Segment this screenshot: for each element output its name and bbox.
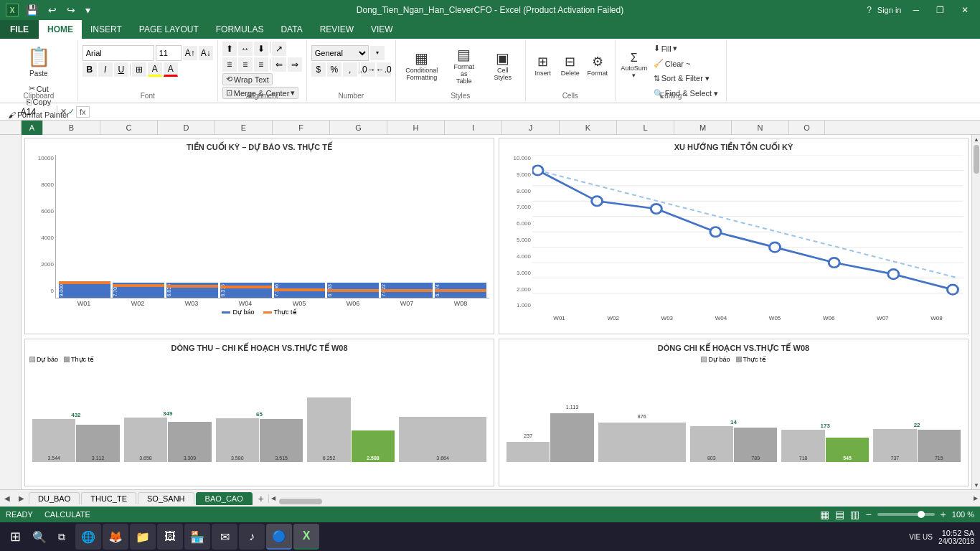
page-layout-view-button[interactable]: ▤ (835, 509, 844, 520)
col-header-I[interactable]: I (445, 121, 502, 135)
delete-cells-button[interactable]: ⊟ Delete (557, 42, 583, 89)
sheet-tab-so-sanh[interactable]: SO_SANH (138, 492, 194, 504)
conditional-formatting-button[interactable]: ▦ ConditionalFormatting (400, 42, 443, 89)
currency-button[interactable]: $ (311, 62, 326, 77)
autosum-button[interactable]: Σ AutoSum ▾ (620, 42, 649, 89)
col-header-J[interactable]: J (502, 121, 560, 135)
col-header-L[interactable]: L (617, 121, 674, 135)
insert-tab[interactable]: INSERT (82, 20, 131, 39)
font-size-input[interactable] (156, 45, 182, 61)
page-break-view-button[interactable]: ▥ (850, 509, 859, 520)
text-direction-button[interactable]: ↗ (272, 42, 286, 56)
zoom-in-button[interactable]: + (941, 509, 946, 520)
format-cells-button[interactable]: ⚙ Format (585, 42, 611, 89)
restore-button[interactable]: ❐ (930, 4, 950, 17)
fill-color-button[interactable]: A (148, 62, 162, 77)
task-view-button[interactable]: ⧉ (54, 528, 70, 546)
align-right-button[interactable]: ≡ (254, 57, 268, 72)
horizontal-scrollbar[interactable]: ◀ ▶ (268, 494, 980, 503)
data-tab[interactable]: DATA (272, 20, 311, 39)
col-header-N[interactable]: N (732, 121, 789, 135)
clear-button[interactable]: 🧹 Clear ~ (650, 57, 722, 70)
sheet-tab-du-bao[interactable]: DU_BAO (29, 492, 80, 504)
comma-button[interactable]: , (343, 62, 357, 77)
insert-function-button[interactable]: fx (76, 106, 90, 118)
number-format-select[interactable]: General (311, 45, 369, 61)
col-header-G[interactable]: G (330, 121, 387, 135)
minimize-button[interactable]: ─ (907, 4, 925, 17)
music-taskbar-button[interactable]: ♪ (239, 524, 265, 550)
view-tab[interactable]: VIEW (362, 20, 402, 39)
tab-scroll-left-button[interactable]: ◀ (0, 491, 14, 506)
normal-view-button[interactable]: ▦ (820, 509, 829, 520)
sign-in-button[interactable]: Sign in (877, 6, 902, 14)
sort-filter-button[interactable]: ⇅ Sort & Filter ▾ (650, 72, 722, 85)
col-header-F[interactable]: F (273, 121, 330, 135)
h-scroll-track[interactable] (278, 497, 971, 500)
font-color-button[interactable]: A (164, 62, 178, 77)
col-header-M[interactable]: M (674, 121, 732, 135)
undo-button[interactable]: ↩ (45, 3, 60, 17)
align-bottom-button[interactable]: ⬇ (254, 42, 268, 56)
scroll-right-button[interactable]: ▶ (971, 494, 980, 503)
email-taskbar-button[interactable]: ✉ (212, 524, 237, 550)
increase-decimal-button[interactable]: ←.0 (377, 62, 391, 77)
align-center-button[interactable]: ≡ (238, 57, 253, 72)
format-as-table-button[interactable]: ▤ Format asTable (446, 42, 482, 89)
decrease-font-button[interactable]: A↓ (199, 46, 213, 60)
insert-cells-button[interactable]: ⊞ Insert (530, 42, 556, 89)
cell-styles-button[interactable]: ▣ Cell Styles (485, 42, 521, 89)
scroll-up-button[interactable]: ▲ (972, 135, 980, 143)
decrease-indent-button[interactable]: ⇐ (272, 57, 286, 72)
store-taskbar-button[interactable]: 🏪 (184, 524, 210, 550)
col-header-O[interactable]: O (789, 121, 825, 135)
percent-button[interactable]: % (327, 62, 341, 77)
increase-font-button[interactable]: A↑ (183, 46, 197, 60)
chrome-taskbar-button[interactable]: 🔵 (266, 524, 292, 550)
ps-taskbar-button[interactable]: 🖼 (157, 524, 183, 550)
col-header-K[interactable]: K (560, 121, 617, 135)
file-tab[interactable]: FILE (0, 20, 39, 39)
edge-taskbar-button[interactable]: 🌐 (75, 524, 101, 550)
vertical-scrollbar[interactable]: ▲ ▼ (971, 135, 980, 489)
add-sheet-button[interactable]: + (254, 491, 268, 506)
help-button[interactable]: ? (867, 5, 872, 15)
align-middle-button[interactable]: ↔ (238, 42, 253, 56)
sheet-tab-bao-cao[interactable]: BAO_CAO (196, 492, 253, 505)
align-left-button[interactable]: ≡ (222, 57, 237, 72)
sheet-tab-thuc-te[interactable]: THUC_TE (81, 492, 136, 504)
tab-scroll-right-button[interactable]: ▶ (14, 491, 29, 506)
increase-indent-button[interactable]: ⇒ (288, 57, 302, 72)
review-tab[interactable]: REVIEW (311, 20, 362, 39)
customize-qat-button[interactable]: ▾ (83, 3, 93, 17)
folder-taskbar-button[interactable]: 📁 (130, 524, 156, 550)
firefox-taskbar-button[interactable]: 🦊 (103, 524, 128, 550)
formulas-tab[interactable]: FORMULAS (207, 20, 273, 39)
col-header-D[interactable]: D (158, 121, 215, 135)
col-header-H[interactable]: H (387, 121, 445, 135)
italic-button[interactable]: I (98, 62, 113, 77)
borders-button[interactable]: ⊞ (132, 62, 146, 77)
decrease-decimal-button[interactable]: .0→ (361, 62, 375, 77)
wrap-text-button[interactable]: ⟲ Wrap Text (222, 73, 273, 85)
col-header-E[interactable]: E (215, 121, 273, 135)
scroll-thumb-h[interactable] (279, 499, 322, 504)
font-name-input[interactable] (83, 45, 154, 61)
page-layout-tab[interactable]: PAGE LAYOUT (131, 20, 207, 39)
scroll-left-button[interactable]: ◀ (269, 494, 278, 503)
number-format-expand[interactable]: ▾ (370, 46, 385, 60)
scroll-thumb-v[interactable] (974, 145, 979, 174)
save-button[interactable]: 💾 (23, 3, 41, 17)
fill-button[interactable]: ⬇ Fill ▾ (650, 42, 722, 55)
home-tab[interactable]: HOME (39, 20, 82, 39)
underline-button[interactable]: U (114, 62, 128, 77)
format-painter-button[interactable]: 🖌 Format Painter (4, 108, 73, 121)
scroll-down-button[interactable]: ▼ (972, 481, 980, 489)
paste-button[interactable]: 📋 Paste (22, 42, 55, 82)
zoom-out-button[interactable]: − (865, 509, 871, 520)
align-top-button[interactable]: ⬆ (222, 42, 237, 56)
redo-button[interactable]: ↪ (64, 3, 78, 17)
scroll-track-v[interactable] (972, 143, 980, 481)
bold-button[interactable]: B (83, 62, 97, 77)
close-button[interactable]: ✕ (956, 4, 974, 17)
